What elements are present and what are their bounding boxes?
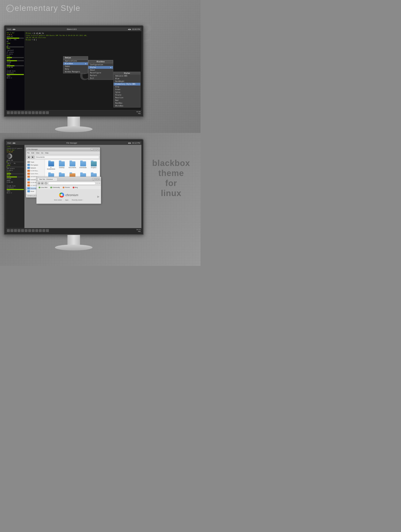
bookmark-forums[interactable]: Forums [62, 186, 71, 189]
chromium-window[interactable]: New Tab - Chromium × _ □ × ◀ ▶ ↻ [36, 177, 101, 204]
chrome-close[interactable]: × [98, 178, 100, 180]
terminal-line4: Olisa ~ $ | [26, 39, 140, 41]
menu-help[interactable]: Help [63, 68, 88, 70]
big-e-logo: e [138, 13, 180, 46]
chrome-url-bar[interactable] [48, 182, 96, 185]
taskbar-nav: ◀ ▶ [12, 28, 16, 30]
chrome-recently-closed[interactable]: Recently closed ~ [72, 199, 83, 201]
style-red[interactable]: Red [114, 99, 140, 102]
brand-title: e elementary Style [6, 4, 80, 13]
fm-sidebar-trash[interactable]: Trash [26, 161, 45, 164]
homedir-icon [27, 178, 30, 181]
terminal-line2: linux 3.0.0-17-generic #30-Ubuntu SMP Th… [26, 35, 140, 36]
fm-sidebar-filesystem[interactable]: File System [26, 164, 45, 166]
bb-submenu[interactable]: Blackbox Configuration Styles ▶ [88, 60, 113, 80]
bb-exit[interactable]: Exit [88, 77, 113, 80]
style-whitebox[interactable]: WhiteBox [114, 105, 140, 107]
chrome-newtab-content: chromium Most visited Apps Recently clos… [37, 189, 101, 204]
file-item-screenshots[interactable]: A-Screenshots [46, 161, 56, 172]
fm-toolbar: ◀ ▶ Documents [26, 155, 100, 160]
screen-content-top: Wed 4 Apr 3:39.0 @464.47 +30 C 73% 0% CP… [6, 31, 141, 110]
stand-base-top [55, 126, 93, 132]
fm-controls[interactable]: _ □ × [91, 148, 99, 151]
chrome-tab-newtab[interactable]: New Tab - Chromium × [37, 177, 57, 181]
bb-configuration[interactable]: Configuration [88, 63, 113, 66]
file-item-dropbox[interactable]: Dropbox [89, 161, 99, 172]
chrome-maximize[interactable]: □ [95, 178, 97, 180]
chrome-apps[interactable]: Apps [65, 199, 68, 201]
bottom-section: blackbox theme for linux Main ◀ ▶ File M… [0, 133, 200, 266]
style-green[interactable]: Green [114, 88, 140, 91]
style-rootbox[interactable]: RootBox [114, 102, 140, 105]
style-darknight[interactable]: DarkNight [114, 80, 140, 83]
bookmark-linuxmint[interactable]: Linux Mint [38, 186, 48, 189]
file-item-documents[interactable]: Documents [68, 161, 77, 172]
screen-bottom-bar-bottom: 04:13PM [6, 228, 141, 233]
style-ambiance[interactable]: Ambiance-BBS [114, 75, 140, 77]
chrome-menu-icon[interactable]: ≡ [99, 182, 100, 184]
taskbar-icon-4 [18, 111, 20, 114]
taskbar-main-label: Main [7, 28, 12, 30]
drive3-icon [27, 181, 30, 184]
bb-about[interactable]: About [88, 69, 113, 71]
fm-location-bar[interactable]: Documents [35, 156, 99, 159]
menu-games[interactable]: Games [63, 65, 88, 68]
taskbar-b-center: File Manager [66, 142, 77, 144]
fm-back[interactable]: ◀ [27, 156, 30, 159]
taskbar-icon-1 [7, 111, 10, 114]
taskbar-icon-6 [25, 111, 28, 114]
fm-minimize[interactable]: _ [91, 148, 93, 151]
menu-applications[interactable]: Applications [63, 60, 88, 62]
chrome-star[interactable]: ☆ [96, 182, 98, 184]
styles-menu[interactable]: Styles Ambiance-BBS Blue DarkNight Eleme… [113, 72, 141, 108]
fm-location-text: Documents [36, 156, 44, 158]
chrome-minimize[interactable]: _ [92, 178, 95, 180]
chrome-forward[interactable]: ▶ [41, 182, 44, 185]
fm-maximize[interactable]: □ [93, 148, 96, 151]
style-purple[interactable]: Purple [114, 94, 140, 96]
fm-sidebar-drive1[interactable]: 51 GB Filesy... [26, 169, 45, 172]
chrome-most-visited[interactable]: Most visited [54, 199, 62, 201]
fm-menu-file[interactable]: File [27, 152, 30, 154]
fm-menubar[interactable]: File Edit View Go Help [26, 151, 100, 155]
chrome-tabs-bar[interactable]: Most visited Apps Recently closed ~ [54, 199, 83, 201]
bookmark-blog[interactable]: Blog [72, 186, 79, 189]
chrome-tab-close[interactable]: × [55, 178, 55, 180]
fm-menu-view[interactable]: View [36, 152, 39, 154]
fm-forward[interactable]: ▶ [31, 156, 34, 159]
chrome-controls[interactable]: _ □ × [92, 178, 100, 180]
style-reaction[interactable]: Reaction [114, 96, 140, 99]
fm-close[interactable]: × [97, 148, 99, 151]
conky-bar4 [7, 60, 24, 61]
style-elementary[interactable]: Elementary Style-BBS [114, 83, 140, 85]
taskbar-b-icon-8 [32, 229, 35, 232]
taskbar-icons-bottom [7, 229, 49, 232]
fm-menu-go[interactable]: Go [41, 152, 43, 154]
bb-menu[interactable]: Debian Applications Blackbox ▶ [63, 56, 88, 73]
menu-blackbox[interactable]: Blackbox ▶ Blackbox Configuration [63, 62, 88, 65]
fm-sidebar-sysres[interactable]: System Rese... [26, 172, 45, 175]
style-blue[interactable]: Blue [114, 77, 140, 80]
bookmark-community[interactable]: Community [49, 186, 61, 189]
file-item-downloads[interactable]: Downloads [78, 161, 88, 172]
chrome-arrow-right[interactable]: ▶ [97, 195, 100, 198]
fm-menu-edit[interactable]: Edit [31, 152, 34, 154]
fm-menu-help[interactable]: Help [45, 152, 49, 154]
fm-titlebar: ▪ File Manager _ □ × [26, 148, 100, 151]
taskbar-b-icon-3 [14, 229, 17, 232]
chrome-reload[interactable]: ↻ [44, 182, 47, 185]
documents-folder-icon [69, 161, 75, 166]
screen-taskbar-bottom: Main ◀ ▶ File Manager ◀ ▶ 04:12 PM [6, 141, 141, 145]
bb-styles[interactable]: Styles ▶ Styles Ambiance-BBS Blue D [88, 66, 113, 69]
screenshots-folder-icon [48, 161, 54, 166]
debian-menu-button[interactable]: Debian [63, 56, 88, 59]
menu-window-managers[interactable]: Window Managers [63, 70, 88, 73]
fm-sidebar-network[interactable]: Network [26, 166, 45, 169]
file-item-desktop[interactable]: Desktop [57, 161, 67, 172]
style-gray[interactable]: Gray [114, 85, 140, 88]
bb-restart[interactable]: Restart [88, 74, 113, 77]
main-menu[interactable]: Applications Blackbox ▶ Blackbox [63, 59, 88, 73]
chrome-back[interactable]: ◀ [37, 182, 40, 185]
bb-reconfigure[interactable]: Reconfigure [88, 71, 113, 74]
style-igloo[interactable]: Igloo [114, 91, 140, 94]
